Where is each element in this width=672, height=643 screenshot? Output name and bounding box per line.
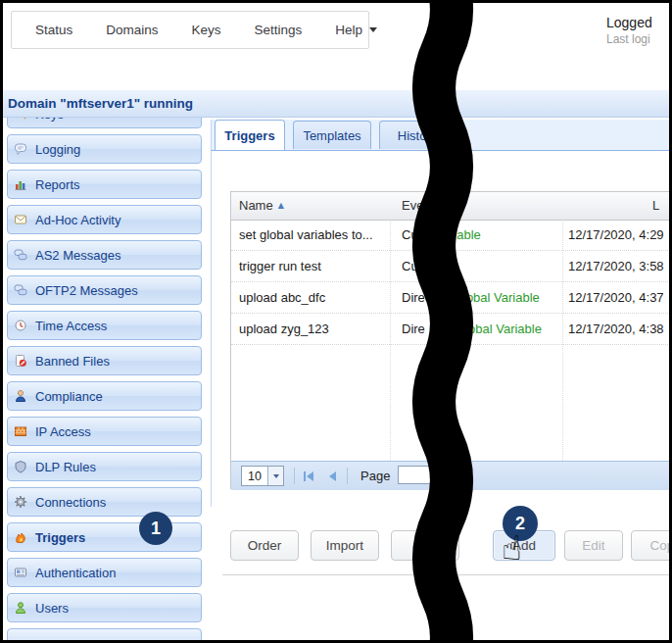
sidebar-item-dlp-rules[interactable]: DLP Rules bbox=[7, 452, 202, 481]
sidebar-item-partial[interactable] bbox=[7, 628, 202, 643]
main-nav: Status Domains Keys Settings Help bbox=[11, 11, 369, 49]
pagination-bar: 10 Page bbox=[231, 461, 672, 490]
chat-bubbles-icon bbox=[14, 248, 29, 262]
tab-templates[interactable]: Templates bbox=[293, 121, 371, 149]
import-button[interactable]: Import bbox=[311, 530, 379, 561]
nav-help[interactable]: Help bbox=[335, 23, 377, 37]
chevron-down-icon bbox=[267, 467, 283, 485]
sidebar-item-compliance[interactable]: Compliance bbox=[7, 381, 202, 411]
clock-icon bbox=[14, 319, 29, 332]
order-button[interactable]: Order bbox=[230, 530, 299, 561]
bar-chart-icon bbox=[14, 177, 29, 191]
brick-wall-icon bbox=[14, 424, 29, 438]
table-header: Name▲ Even L bbox=[231, 192, 672, 221]
column-header-last[interactable]: L bbox=[652, 198, 659, 213]
shield-icon bbox=[14, 460, 29, 473]
page-size-select[interactable]: 10 bbox=[241, 466, 284, 486]
banned-file-icon bbox=[14, 354, 29, 368]
sidebar-item-adhoc-activity[interactable]: Ad-Hoc Activity bbox=[7, 205, 202, 234]
column-header-event[interactable]: Even bbox=[402, 198, 431, 213]
column-header-name[interactable]: Name▲ bbox=[239, 198, 284, 213]
tab-history[interactable]: History bbox=[379, 121, 456, 149]
tab-strip: Triggers Templates History bbox=[211, 120, 672, 151]
edit-button[interactable]: Edit bbox=[564, 530, 623, 561]
sidebar-item-banned-files[interactable]: Banned Files bbox=[7, 346, 202, 375]
sidebar-item-triggers[interactable]: Triggers bbox=[7, 522, 202, 552]
log-bubble-icon bbox=[14, 142, 29, 156]
prev-page-button[interactable] bbox=[323, 469, 341, 484]
user-icon bbox=[14, 601, 29, 615]
nav-settings[interactable]: Settings bbox=[255, 23, 303, 37]
pager-divider bbox=[347, 468, 348, 484]
envelope-icon bbox=[14, 213, 29, 226]
column-divider bbox=[390, 220, 391, 461]
step-1-badge: 1 bbox=[139, 512, 172, 545]
caret-down-icon bbox=[369, 27, 377, 32]
id-card-icon bbox=[14, 566, 29, 579]
sidebar-item-authentication[interactable]: Authentication bbox=[7, 558, 202, 587]
page-number-input[interactable] bbox=[398, 466, 456, 484]
sidebar-item-as2-messages[interactable]: AS2 Messages bbox=[7, 240, 202, 270]
export-button[interactable]: Exp bbox=[391, 530, 459, 561]
column-divider bbox=[562, 220, 563, 461]
last-login-text: Last logi bbox=[606, 32, 652, 46]
first-page-button[interactable] bbox=[300, 469, 317, 484]
trigger-flame-icon bbox=[14, 530, 29, 544]
nav-keys[interactable]: Keys bbox=[192, 23, 221, 37]
pager-divider bbox=[294, 468, 295, 484]
sidebar-item-logging[interactable]: Logging bbox=[7, 134, 202, 164]
sidebar-item-connections[interactable]: Connections bbox=[7, 487, 202, 517]
domain-status-bar: Domain "mftserver1" running bbox=[0, 90, 672, 118]
tab-triggers[interactable]: Triggers bbox=[215, 120, 285, 150]
horizontal-divider bbox=[222, 574, 672, 575]
sort-asc-icon: ▲ bbox=[278, 201, 284, 210]
skip-start-icon bbox=[307, 471, 313, 481]
nav-domains[interactable]: Domains bbox=[106, 23, 158, 37]
table-row[interactable]: upload abc_dfc Direc lobal Variable 12/1… bbox=[231, 282, 672, 314]
sidebar-item-users[interactable]: Users bbox=[7, 593, 202, 622]
logged-in-text: Logged bbox=[606, 15, 652, 30]
triggers-table: Name▲ Even L set global variables to... … bbox=[230, 191, 672, 489]
compliance-person-icon bbox=[14, 389, 29, 403]
sidebar-item-time-access[interactable]: Time Access bbox=[7, 311, 202, 340]
arrow-left-icon bbox=[329, 471, 336, 481]
sidebar-item-oftp2-messages[interactable]: OFTP2 Messages bbox=[7, 275, 202, 305]
table-row[interactable]: set global variables to... Cur riable 12… bbox=[231, 220, 672, 251]
hand-cursor-icon: ☝ bbox=[502, 531, 522, 565]
page-size-value: 10 bbox=[242, 470, 267, 483]
app-window: Status Domains Keys Settings Help Logged… bbox=[0, 0, 672, 643]
account-info: Logged Last logi bbox=[606, 15, 652, 46]
page-label: Page bbox=[360, 469, 390, 483]
table-row[interactable]: trigger run test Curr 12/17/2020, 3:58 bbox=[231, 251, 672, 282]
sidebar-item-reports[interactable]: Reports bbox=[7, 170, 202, 199]
nav-status[interactable]: Status bbox=[35, 23, 72, 37]
copy-button[interactable]: Cop bbox=[631, 530, 672, 561]
sidebar-item-ip-access[interactable]: IP Access bbox=[7, 417, 202, 446]
gear-icon bbox=[14, 495, 29, 509]
table-row[interactable]: upload zyg_123 Dire Global Variable 12/1… bbox=[231, 314, 672, 345]
sidebar: Keys Logging Reports Ad-Hoc Activity AS2… bbox=[7, 99, 202, 643]
chat-bubbles-icon bbox=[14, 283, 29, 297]
